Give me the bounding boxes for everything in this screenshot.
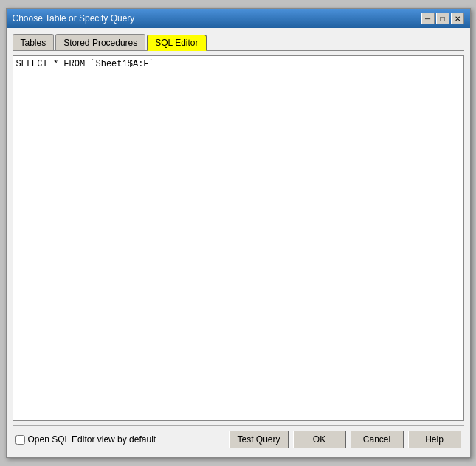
help-button[interactable]: Help [408, 431, 461, 448]
tab-stored-procedures[interactable]: Stored Procedures [55, 34, 145, 50]
title-bar-controls: ─ □ ✕ [421, 13, 464, 24]
test-query-button[interactable]: Test Query [229, 431, 288, 448]
main-window: Choose Table or Specify Query ─ □ ✕ Tabl… [6, 8, 471, 458]
tab-sql-editor[interactable]: SQL Editor [147, 35, 206, 51]
ok-button[interactable]: OK [293, 431, 346, 448]
window-title: Choose Table or Specify Query [13, 13, 135, 24]
maximize-button[interactable]: □ [436, 13, 449, 24]
sql-editor-area: SELECT * FROM `Sheet1$A:F` [13, 55, 464, 421]
sql-textarea[interactable]: SELECT * FROM `Sheet1$A:F` [16, 59, 461, 417]
tab-bar: Tables Stored Procedures SQL Editor [13, 34, 464, 51]
title-bar: Choose Table or Specify Query ─ □ ✕ [7, 9, 470, 28]
bottom-bar: Open SQL Editor view by default Test Que… [13, 425, 464, 451]
bottom-buttons: Test Query OK Cancel Help [229, 431, 461, 448]
open-sql-editor-checkbox-label[interactable]: Open SQL Editor view by default [15, 434, 156, 445]
close-button[interactable]: ✕ [451, 13, 464, 24]
minimize-button[interactable]: ─ [421, 13, 435, 24]
window-content: Tables Stored Procedures SQL Editor SELE… [7, 28, 470, 457]
cancel-button[interactable]: Cancel [351, 431, 404, 448]
open-sql-editor-checkbox[interactable] [15, 435, 25, 445]
tab-tables[interactable]: Tables [13, 34, 55, 50]
